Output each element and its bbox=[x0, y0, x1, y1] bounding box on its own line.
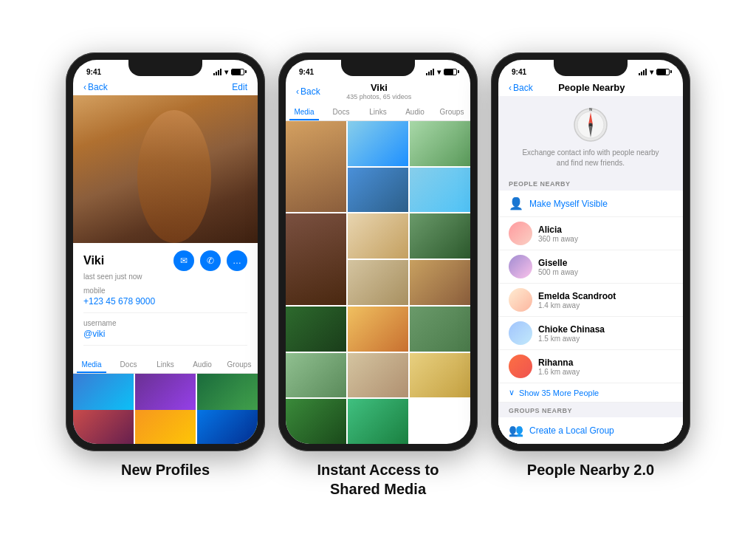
phone3-signal-icon bbox=[639, 68, 647, 75]
phone3-compass-text: Exchange contact info with people nearby… bbox=[522, 148, 659, 168]
nearby-name-3: Chioke Chinasa bbox=[538, 324, 605, 335]
media-large-13[interactable] bbox=[410, 307, 470, 352]
media-large-3[interactable] bbox=[410, 121, 470, 166]
phone3-label: People Nearby 2.0 bbox=[527, 460, 654, 479]
media-large-8[interactable] bbox=[410, 213, 470, 259]
phone1-tab-links[interactable]: Links bbox=[147, 356, 184, 373]
create-group-icon: 👥 bbox=[509, 423, 523, 437]
phone2-tab-media[interactable]: Media bbox=[286, 103, 323, 120]
nearby-dist-3: 1.5 km away bbox=[538, 335, 605, 343]
phone1-more-button[interactable]: … bbox=[227, 250, 247, 271]
media-large-4[interactable] bbox=[348, 168, 408, 213]
phone1-time: 9:41 bbox=[86, 68, 101, 76]
media-large-7[interactable] bbox=[348, 213, 408, 259]
avatar-rihanna bbox=[509, 355, 532, 378]
phone3-notch bbox=[554, 60, 628, 76]
phone1-call-button[interactable]: ✆ bbox=[200, 250, 221, 271]
phone1-action-buttons: ✉ ✆ … bbox=[173, 250, 247, 271]
phone3-time: 9:41 bbox=[512, 68, 526, 76]
make-visible-icon: 👤 bbox=[509, 196, 523, 211]
phone1-tabs: Media Docs Links Audio Groups bbox=[73, 356, 258, 374]
media-large-16[interactable] bbox=[410, 353, 470, 398]
media-large-12[interactable] bbox=[348, 307, 408, 352]
media-large-18[interactable] bbox=[348, 399, 408, 444]
phone3-create-group-item[interactable]: 👥 Create a Local Group bbox=[498, 417, 683, 444]
nearby-item-0[interactable]: Alicia 360 m away bbox=[498, 217, 683, 250]
phone2-nav-title: Viki bbox=[371, 82, 388, 93]
phone1-tab-audio[interactable]: Audio bbox=[184, 356, 221, 373]
avatar-chioke bbox=[509, 321, 532, 345]
nearby-item-4[interactable]: Rihanna 1.6 km away bbox=[498, 350, 683, 383]
phone2-frame: 9:41 ▾ ‹ Back bbox=[278, 52, 478, 451]
nearby-item-2[interactable]: Emelda Scandroot 1.4 km away bbox=[498, 284, 683, 317]
phone1-wifi-icon: ▾ bbox=[224, 68, 228, 76]
phone1-chevron-icon: ‹ bbox=[83, 82, 86, 92]
phone2-wifi-icon: ▾ bbox=[437, 68, 441, 76]
phone2-wrapper: 9:41 ▾ ‹ Back bbox=[278, 52, 478, 499]
media-large-2[interactable] bbox=[348, 121, 408, 166]
phone2-tab-audio[interactable]: Audio bbox=[396, 103, 433, 120]
compass-icon: N bbox=[572, 106, 609, 143]
phone1-status-icons: ▾ bbox=[213, 68, 244, 76]
phone1-nav-bar: ‹ Back Edit bbox=[73, 79, 258, 95]
media-large-11[interactable] bbox=[286, 307, 346, 352]
phone1-username-value[interactable]: @viki bbox=[83, 329, 247, 339]
nearby-item-3[interactable]: Chioke Chinasa 1.5 km away bbox=[498, 317, 683, 350]
media-large-15[interactable] bbox=[348, 353, 408, 398]
nearby-item-1[interactable]: Giselle 500 m away bbox=[498, 250, 683, 284]
media-large-9[interactable] bbox=[348, 260, 408, 305]
phone3-nav-bar: ‹ Back People Nearby bbox=[498, 79, 683, 96]
phone1-battery-icon bbox=[231, 69, 244, 75]
phone1-mobile-field: mobile +123 45 678 9000 bbox=[83, 287, 247, 313]
phone1-edit-button[interactable]: Edit bbox=[232, 82, 247, 92]
phone3-show-more-text[interactable]: Show 35 More People bbox=[519, 389, 599, 397]
phone1-mobile-label: mobile bbox=[83, 287, 247, 295]
media-large-14[interactable] bbox=[286, 353, 346, 398]
phone2-tab-groups[interactable]: Groups bbox=[433, 103, 470, 120]
phone3-groups-list: 👥 Create a Local Group 💧 Waterfalls 360 … bbox=[498, 417, 683, 444]
media-large-5[interactable] bbox=[410, 168, 470, 213]
phone3-create-group-text[interactable]: Create a Local Group bbox=[529, 425, 614, 436]
phone3-people-header: PEOPLE NEARBY bbox=[498, 176, 683, 191]
phone3-back-button[interactable]: ‹ Back bbox=[509, 83, 533, 93]
phones-showcase: 9:41 ▾ ‹ Back bbox=[66, 52, 690, 499]
nearby-name-0: Alicia bbox=[538, 225, 578, 235]
phone3-screen: 9:41 ▾ ‹ Back bbox=[498, 60, 683, 444]
media-thumb-6[interactable] bbox=[197, 410, 258, 445]
phone1-message-button[interactable]: ✉ bbox=[173, 250, 194, 271]
media-thumb-5[interactable] bbox=[135, 410, 196, 445]
nearby-name-1: Giselle bbox=[538, 258, 578, 268]
phone1-username-label: username bbox=[83, 319, 247, 327]
phone3-make-visible-item[interactable]: 👤 Make Myself Visible bbox=[498, 191, 683, 217]
media-large-17[interactable] bbox=[286, 399, 346, 444]
phone1-tab-media[interactable]: Media bbox=[73, 356, 110, 373]
phone3-status-icons: ▾ bbox=[639, 68, 670, 76]
svg-point-4 bbox=[589, 123, 593, 127]
phone3-nav-title: People Nearby bbox=[558, 82, 625, 93]
phone2-tab-links[interactable]: Links bbox=[360, 103, 396, 120]
nearby-dist-2: 1.4 km away bbox=[538, 301, 616, 309]
phone1-profile-photo bbox=[73, 95, 258, 243]
phone2-signal-icon bbox=[426, 68, 434, 75]
media-thumb-4[interactable] bbox=[73, 410, 134, 445]
phone3-compass-section: N Exchange contact info with people near… bbox=[498, 96, 683, 176]
phone2-nav-subtitle: 435 photos, 65 videos bbox=[346, 93, 411, 100]
media-large-10[interactable] bbox=[410, 260, 470, 305]
phone1-back-button[interactable]: ‹ Back bbox=[83, 82, 108, 92]
phone2-label: Instant Access to Shared Media bbox=[317, 460, 439, 499]
phone3-wrapper: 9:41 ▾ ‹ Back bbox=[491, 52, 690, 479]
phone1-tab-docs[interactable]: Docs bbox=[110, 356, 147, 373]
phone3-make-visible-text[interactable]: Make Myself Visible bbox=[529, 199, 608, 209]
nearby-dist-0: 360 m away bbox=[538, 235, 578, 243]
phone3-show-more-item[interactable]: ∨ Show 35 More People bbox=[498, 383, 683, 403]
phone2-tab-docs[interactable]: Docs bbox=[323, 103, 360, 120]
svg-text:N: N bbox=[589, 107, 592, 112]
phone1-profile-name: Viki bbox=[83, 254, 104, 267]
phone2-back-button[interactable]: ‹ Back bbox=[296, 86, 320, 97]
phone1-tab-groups[interactable]: Groups bbox=[221, 356, 258, 373]
phone1-profile-info: Viki ✉ ✆ … last seen just now mobile +12… bbox=[73, 243, 258, 356]
media-large-1[interactable] bbox=[286, 121, 346, 212]
avatar-giselle bbox=[509, 255, 532, 278]
phone1-mobile-value[interactable]: +123 45 678 9000 bbox=[83, 296, 247, 307]
media-large-6[interactable] bbox=[286, 213, 346, 304]
